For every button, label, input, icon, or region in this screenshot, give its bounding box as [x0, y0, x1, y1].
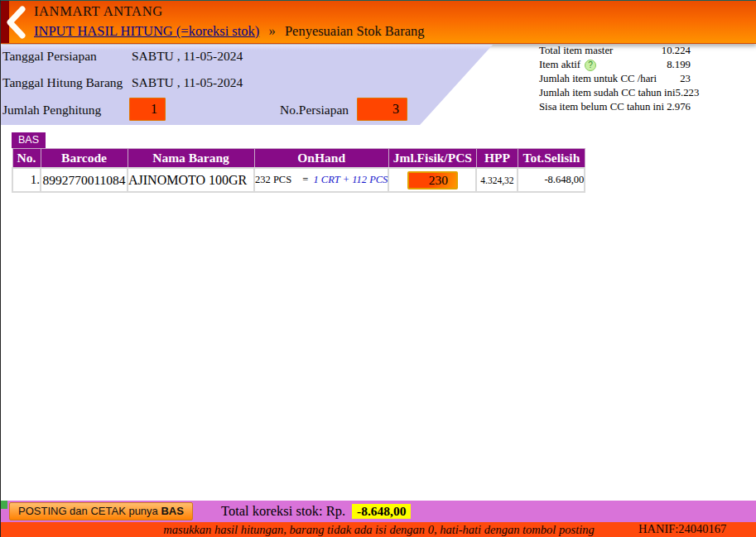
breadcrumb: INPUT HASIL HITUNG (=koreksi stok) » Pen… [34, 23, 425, 40]
form-panel: Tanggal Persiapan SABTU , 11-05-2024 Tan… [1, 45, 493, 125]
green-chip [1, 501, 7, 509]
help-icon[interactable]: ? [585, 60, 596, 71]
onhand-equals: = [302, 174, 308, 185]
table-row: 1. 8992770011084 AJINOMOTO 100GR 232 PCS… [12, 168, 585, 192]
col-jml-fisik: Jml.Fisik/PCS [388, 149, 476, 169]
cell-jml-fisik: 230 [388, 168, 476, 192]
stat-label: Total item master [539, 45, 613, 57]
status-bar: masukkan hasil hitungan, barang tidak ad… [1, 522, 756, 537]
cell-hpp: 4.324,32 [476, 168, 518, 192]
cell-onhand: 232 PCS = 1 CRT + 112 PCS [254, 168, 388, 192]
tanggal-hitung-value: SABTU , 11-05-2024 [132, 75, 243, 90]
stat-value: 5.223 [676, 87, 700, 99]
back-button[interactable] [2, 3, 31, 41]
app-window: IANMART ANTANG INPUT HASIL HITUNG (=kore… [0, 0, 756, 537]
total-koreksi-label: Total koreksi stok: Rp. [221, 503, 345, 520]
stock-table: No. Barcode Nama Barang OnHand Jml.Fisik… [12, 148, 585, 193]
stat-total-item-master: Total item master 10.224 [539, 44, 691, 58]
tanggal-persiapan-label: Tanggal Persiapan [2, 49, 97, 64]
stat-value: 23 [680, 73, 691, 85]
stat-value: 2.976 [667, 101, 691, 113]
jumlah-penghitung-input[interactable]: 1 [129, 98, 166, 121]
no-persiapan-input[interactable]: 3 [357, 98, 407, 121]
stat-value: 10.224 [662, 45, 691, 57]
stat-item-aktif: Item aktif ? 8.199 [539, 58, 691, 72]
col-no: No. [12, 149, 41, 169]
tanggal-persiapan-value: SABTU , 11-05-2024 [132, 49, 243, 64]
store-title: IANMART ANTANG [34, 3, 163, 20]
back-chevron-icon [2, 3, 31, 41]
user-id: HANIF:24040167 [638, 522, 726, 536]
col-onhand: OnHand [254, 149, 388, 169]
stat-label: Jumlah item untuk CC /hari [539, 73, 657, 85]
stat-label-text: Item aktif [539, 59, 580, 71]
col-tot-selisih: Tot.Selisih [518, 149, 585, 169]
stat-value: 8.199 [667, 59, 691, 71]
stat-label: Jumlah item sudah CC tahun ini [539, 87, 676, 99]
header-bar: IANMART ANTANG INPUT HASIL HITUNG (=kore… [1, 1, 756, 44]
stats-panel: Total item master 10.224 Item aktif ? 8.… [539, 44, 691, 114]
stock-table-area: BAS No. Barcode Nama Barang OnHand Jml.F… [12, 132, 585, 193]
tab-bas[interactable]: BAS [12, 132, 46, 148]
no-persiapan-label: No.Persiapan [280, 103, 349, 117]
col-barcode: Barcode [41, 149, 128, 169]
jml-fisik-input[interactable]: 230 [407, 171, 458, 189]
breadcrumb-separator: » [269, 23, 276, 39]
stat-label: Sisa item belum CC tahun ini [539, 101, 664, 113]
stat-item-sudah-cc: Jumlah item sudah CC tahun ini 5.223 [539, 86, 691, 100]
col-hpp: HPP [476, 149, 518, 169]
tanggal-hitung-label: Tanggal Hitung Barang [2, 75, 123, 90]
jumlah-penghitung-label: Jumlah Penghitung [2, 103, 101, 117]
page-link[interactable]: INPUT HASIL HITUNG (=koreksi stok) [34, 23, 259, 39]
table-header-row: No. Barcode Nama Barang OnHand Jml.Fisik… [12, 149, 585, 169]
footer-bar: POSTING dan CETAK punya BAS Total koreks… [1, 501, 756, 522]
cell-barcode: 8992770011084 [41, 168, 128, 192]
posting-button-text: POSTING dan CETAK punya [18, 505, 161, 517]
total-koreksi-value: -8.648,00 [352, 504, 411, 519]
stat-label: Item aktif ? [539, 59, 596, 71]
col-nama-barang: Nama Barang [128, 149, 254, 169]
cell-tot-selisih: -8.648,00 [518, 168, 585, 192]
page-subtitle: Penyesuaian Stok Barang [285, 23, 425, 39]
stat-item-belum-cc: Sisa item belum CC tahun ini 2.976 [539, 100, 691, 114]
cell-no: 1. [12, 168, 41, 192]
onhand-qty: 232 PCS [255, 174, 291, 185]
onhand-detail: 1 CRT + 112 PCS [313, 174, 388, 185]
stat-item-cc-hari: Jumlah item untuk CC /hari 23 [539, 72, 691, 86]
cell-nama-barang: AJINOMOTO 100GR [128, 168, 254, 192]
posting-button-bold: BAS [161, 505, 183, 517]
posting-cetak-button[interactable]: POSTING dan CETAK punya BAS [9, 502, 193, 520]
